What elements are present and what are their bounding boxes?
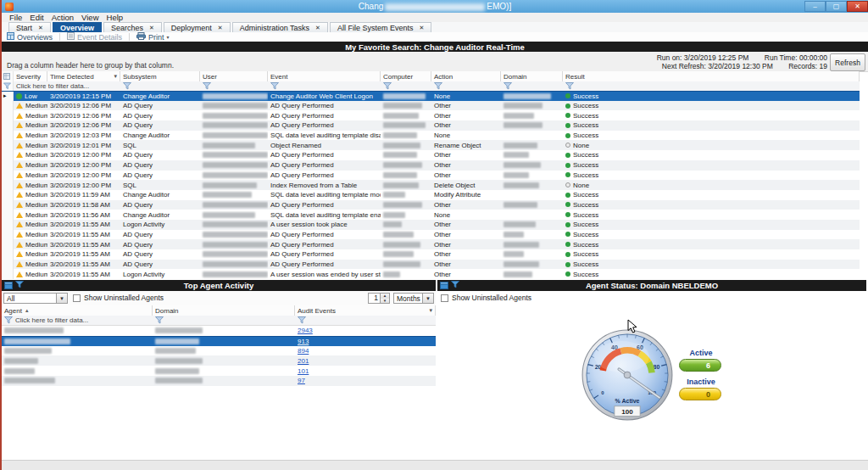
tab-all-file-system-events[interactable]: All File System Events✕ [330,22,431,32]
audit-events-link[interactable]: 97 [298,377,305,384]
agent-row[interactable]: 894 [2,346,436,356]
chevron-down-icon[interactable]: ▼ [56,294,67,303]
filter-hint[interactable]: Click here to filter data... [14,81,120,91]
tab-close-icon[interactable]: ✕ [38,25,43,31]
audit-events-link[interactable]: 913 [298,338,309,345]
audit-events-link[interactable]: 101 [298,367,309,375]
agent-row[interactable]: 913 [2,336,436,346]
tab-administration-tasks[interactable]: Administration Tasks✕ [232,22,328,32]
filter-icon[interactable] [155,316,164,324]
chevron-down-icon[interactable]: ▼ [422,294,433,303]
agent-row[interactable]: 2943 [2,326,436,336]
event-row[interactable]: Medium3/20/2019 12:06 PMAD QueryAD Query… [2,120,860,131]
filter-icon[interactable] [298,316,306,324]
column-filter[interactable] [153,316,295,325]
audit-events-link[interactable]: 2943 [298,327,313,334]
event-row[interactable]: Medium3/20/2019 11:55 AMAD QueryAD Query… [2,230,860,240]
print-button[interactable]: Print ▾ [136,32,170,42]
event-row[interactable]: Medium3/20/2019 12:03 PMChange AuditorSQ… [2,131,860,141]
tab-close-icon[interactable]: ✕ [420,25,425,31]
event-row[interactable]: Medium3/20/2019 11:55 AMLogon ActivityA … [2,269,860,279]
event-row[interactable]: Medium3/20/2019 12:01 PMSQLObject Rename… [2,140,860,150]
export-icon[interactable] [4,281,13,291]
column-filter[interactable] [431,81,501,91]
filter-icon[interactable] [434,82,442,90]
event-details-button[interactable]: Event Details [67,32,122,42]
agent-row[interactable]: 97 [2,376,436,386]
menu-help[interactable]: Help [107,13,124,22]
column-filter[interactable] [120,81,200,91]
period-unit-dropdown[interactable]: Months ▼ [393,293,434,304]
column-header-time-detected[interactable]: Time Detected▾ [47,71,120,81]
tab-deployment[interactable]: Deployment✕ [164,22,231,32]
tab-start[interactable]: Start✕ [8,22,51,32]
event-row[interactable]: Medium3/20/2019 12:00 PMSQLIndex Removed… [2,180,860,190]
minimize-button[interactable]: – [804,1,826,12]
menu-edit[interactable]: Edit [30,13,43,22]
column-filter[interactable] [563,81,860,91]
agent-row[interactable]: 201 [2,355,436,366]
tab-close-icon[interactable]: ✕ [218,25,223,31]
event-row[interactable]: ▸Low3/20/2019 12:15 PMChange AuditorChan… [2,91,860,101]
menu-action[interactable]: Action [52,13,74,22]
column-header-subsystem[interactable]: Subsystem [120,71,200,81]
tab-searches[interactable]: Searches✕ [103,22,162,32]
filter-icon[interactable] [383,82,392,90]
tab-close-icon[interactable]: ✕ [315,25,320,31]
event-row[interactable]: Medium3/20/2019 11:55 AMAD QueryAD Query… [2,249,860,260]
column-header-event[interactable]: Event [268,71,381,81]
filter-icon[interactable] [504,82,512,90]
audit-events-link[interactable]: 201 [298,357,309,365]
export-icon[interactable] [440,281,448,291]
filter-icon[interactable] [565,82,574,90]
stepper-down-icon[interactable]: ▼ [381,299,389,304]
maximize-button[interactable]: ▢ [826,1,847,12]
show-uninstalled-checkbox[interactable] [441,294,448,302]
event-row[interactable]: Medium3/20/2019 11:55 AMAD QueryAD Query… [2,239,860,249]
menu-view[interactable]: View [81,13,98,22]
filter-icon[interactable] [451,281,459,291]
column-filter[interactable] [295,316,436,325]
event-row[interactable]: Medium3/20/2019 11:55 AMLogon ActivityA … [2,220,860,230]
event-row[interactable]: Medium3/20/2019 12:00 PMAD QueryAD Query… [2,160,860,171]
column-header-severity[interactable]: Severity [14,71,47,81]
column-header-action[interactable]: Action [431,71,501,81]
overviews-button[interactable]: Overviews [7,32,53,42]
show-uninstalled-checkbox[interactable] [73,294,81,302]
filter-icon[interactable] [203,82,211,90]
filter-icon[interactable] [123,82,131,90]
column-header-computer[interactable]: Computer [381,71,431,81]
event-row[interactable]: Medium3/20/2019 12:00 PMAD QueryAD Query… [2,171,860,181]
event-row[interactable]: Medium3/20/2019 11:56 AMChange AuditorSQ… [2,210,860,220]
agent-row[interactable]: 101 [2,366,436,376]
column-filter[interactable] [381,81,431,91]
column-filter[interactable] [268,81,381,91]
event-row[interactable]: Medium3/20/2019 12:06 PMAD QueryAD Query… [2,101,860,111]
event-row[interactable]: Medium3/20/2019 11:58 AMAD QueryAD Query… [2,200,860,210]
event-row[interactable]: Medium3/20/2019 12:00 PMAD QueryAD Query… [2,150,860,160]
filter-icon[interactable] [15,281,24,291]
event-row[interactable]: Medium3/20/2019 12:06 PMAD QueryAD Query… [2,110,860,120]
refresh-button[interactable]: Refresh [830,53,865,71]
agents-filter[interactable]: Click here to filter data... [2,316,436,326]
column-header-result[interactable]: Result [563,71,860,81]
column-filter[interactable] [200,81,268,91]
period-value-stepper[interactable]: 1 ▲▼ [368,293,390,304]
column-header-user[interactable]: User [200,71,268,81]
filter-icon[interactable] [270,82,279,90]
audit-events-link[interactable]: 894 [298,347,309,355]
filter-icon[interactable] [3,82,11,90]
column-filter[interactable] [501,81,563,91]
agent-scope-dropdown[interactable]: All ▼ [3,293,68,304]
column-header-domain[interactable]: Domain [501,71,563,81]
filter-icon[interactable] [4,316,13,324]
column-header-agent[interactable]: Agent▴ [2,305,153,316]
column-header-audit-events[interactable]: Audit Events▾ [295,305,436,316]
menu-file[interactable]: File [9,13,22,22]
tab-overview[interactable]: Overview [53,22,102,32]
event-row[interactable]: Medium3/20/2019 11:59 AMChange AuditorSQ… [2,190,860,200]
column-header-domain[interactable]: Domain [153,305,295,316]
tab-close-icon[interactable]: ✕ [149,25,154,31]
event-row[interactable]: Medium3/20/2019 11:55 AMAD QueryAD Query… [2,260,860,270]
close-button[interactable]: ✕ [847,1,868,12]
